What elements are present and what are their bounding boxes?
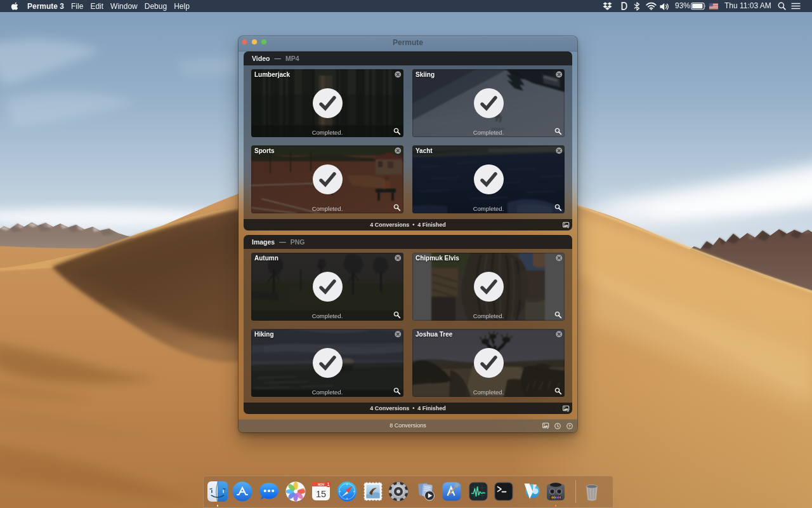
- svg-text:15: 15: [316, 489, 326, 499]
- svg-text:1: 1: [327, 482, 330, 486]
- svg-text:NOV: NOV: [318, 483, 325, 486]
- svg-text:?: ?: [568, 424, 571, 428]
